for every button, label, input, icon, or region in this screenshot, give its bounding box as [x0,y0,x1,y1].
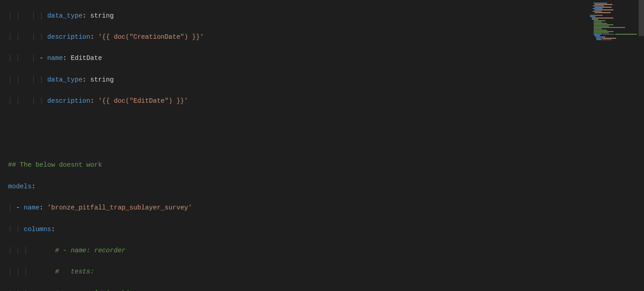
code-line[interactable]: │ │ │ │ data_type: string [8,11,415,22]
code-line[interactable]: │ │ │ # - name: recorder [8,246,415,256]
code-line[interactable]: ## The below doesnt work [8,160,415,171]
code-line[interactable]: │ │ │ │ description: '{{ doc("CreationDa… [8,32,415,43]
code-line[interactable]: models: [8,182,415,192]
code-line[interactable]: │ - name: 'bronze_pitfall_trap_sublayer_… [8,203,415,214]
code-line[interactable]: │ │ │ │ data_type: string [8,75,415,86]
code-line[interactable]: │ │ │ # - relationships: [8,288,415,291]
code-line[interactable]: │ │ │ │ description: '{{ doc("EditDate")… [8,96,415,107]
vertical-scrollbar-track[interactable] [639,0,644,291]
code-line[interactable]: │ │ columns: [8,224,415,235]
code-line[interactable]: │ │ │ # tests: [8,267,415,277]
minimap[interactable] [589,1,639,50]
vertical-scrollbar-thumb[interactable] [639,0,644,36]
code-line[interactable] [8,139,415,150]
code-line[interactable]: │ │ │ - name: EditDate [8,53,415,64]
code-editor[interactable]: │ │ │ │ data_type: string │ │ │ │ descri… [0,0,415,291]
code-line[interactable] [8,118,415,128]
